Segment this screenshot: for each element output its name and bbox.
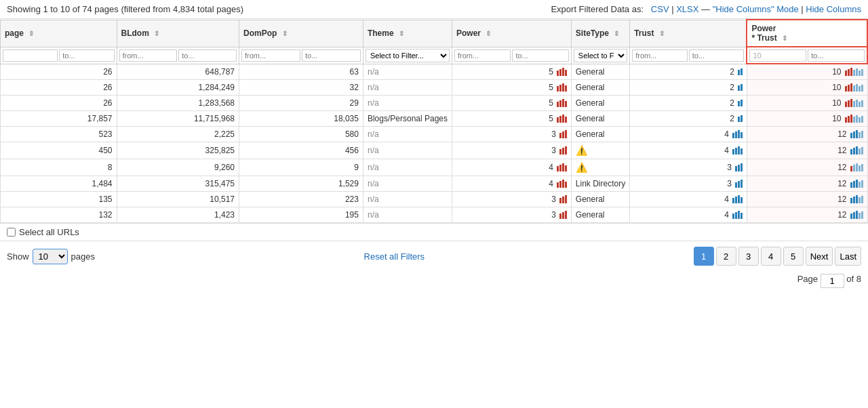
cell-power: 5 bbox=[452, 96, 572, 111]
filter-trust-from[interactable] bbox=[632, 49, 688, 62]
cell-theme: n/a bbox=[363, 96, 452, 111]
page-btn-3[interactable]: 3 bbox=[738, 247, 759, 266]
cell-power-trust: 12 bbox=[747, 176, 867, 192]
filter-power-from[interactable] bbox=[454, 49, 511, 62]
cell-power: 5 bbox=[452, 111, 572, 127]
filter-sitetype-select[interactable]: Select to F bbox=[574, 49, 627, 62]
cell-page: 26 bbox=[1, 80, 117, 96]
cell-power: 3 bbox=[452, 127, 572, 142]
filter-row: Select to Filter... Select to F bbox=[1, 47, 868, 64]
cell-dompop: 63 bbox=[239, 64, 363, 80]
sort-arrow-theme: ⇕ bbox=[399, 30, 404, 37]
filter-sitetype[interactable]: Select to F bbox=[571, 47, 629, 64]
sort-arrow-pt: ⇕ bbox=[782, 35, 787, 42]
filter-power-to[interactable] bbox=[512, 49, 568, 62]
col-bldom[interactable]: BLdom ⇕ bbox=[117, 20, 239, 47]
data-table: page ⇕ BLdom ⇕ DomPop ⇕ Theme ⇕ Power ⇕ … bbox=[0, 19, 868, 223]
cell-dompop: 9 bbox=[239, 159, 363, 176]
cell-bldom: 2,225 bbox=[117, 127, 239, 142]
show-pages-select[interactable]: 10 25 50 100 bbox=[33, 249, 68, 264]
last-button[interactable]: Last bbox=[835, 247, 861, 266]
page-btn-4[interactable]: 4 bbox=[761, 247, 781, 266]
cell-bldom: 325,825 bbox=[117, 142, 239, 159]
page-btn-5[interactable]: 5 bbox=[783, 247, 804, 266]
hide-columns-mode-link[interactable]: "Hide Columns" Mode bbox=[713, 4, 799, 14]
filter-page-to[interactable] bbox=[59, 49, 114, 62]
cell-power-trust: 10 bbox=[747, 111, 867, 127]
cell-dompop: 195 bbox=[239, 207, 363, 223]
warning-icon: ⚠️ bbox=[576, 145, 587, 156]
cell-sitetype: General bbox=[571, 80, 629, 96]
filter-dompop-to[interactable] bbox=[302, 49, 361, 62]
cell-sitetype: General bbox=[571, 127, 629, 142]
cell-sitetype: ⚠️ bbox=[571, 159, 629, 176]
cell-theme: n/a bbox=[363, 80, 452, 96]
filter-trust-to[interactable] bbox=[689, 49, 745, 62]
filter-dompop-from[interactable] bbox=[241, 49, 300, 62]
table-body: 26648,78763n/a5General210261,284,24932n/… bbox=[1, 64, 868, 223]
cell-theme: n/a bbox=[363, 127, 452, 142]
filter-theme[interactable]: Select to Filter... bbox=[363, 47, 452, 64]
filter-bldom-to[interactable] bbox=[178, 49, 237, 62]
page-info-row: Page of 8 bbox=[0, 271, 868, 291]
cell-power: 3 bbox=[452, 207, 572, 223]
table-row: 1,484315,4751,529n/a4Link Directory312 bbox=[1, 176, 868, 192]
table-row: 1321,423195n/a3General412 bbox=[1, 207, 868, 223]
filter-page-from[interactable] bbox=[3, 49, 58, 62]
cell-bldom: 1,423 bbox=[117, 207, 239, 223]
sort-arrow-bldom: ⇕ bbox=[154, 30, 159, 37]
cell-power: 3 bbox=[452, 192, 572, 207]
filter-theme-select[interactable]: Select to Filter... bbox=[366, 49, 450, 62]
cell-page: 132 bbox=[1, 207, 117, 223]
cell-sitetype: ⚠️ bbox=[571, 142, 629, 159]
cell-trust: 4 bbox=[630, 192, 747, 207]
cell-trust: 2 bbox=[630, 64, 747, 80]
col-power-trust[interactable]: Power* Trust ⇕ bbox=[747, 20, 867, 47]
cell-power-trust: 12 bbox=[747, 127, 867, 142]
cell-power-trust: 12 bbox=[747, 159, 867, 176]
col-theme[interactable]: Theme ⇕ bbox=[363, 20, 452, 47]
cell-bldom: 1,283,568 bbox=[117, 96, 239, 111]
select-all-label[interactable]: Select all URLs bbox=[7, 227, 861, 237]
cell-theme: n/a bbox=[363, 64, 452, 80]
page-btn-2[interactable]: 2 bbox=[716, 247, 736, 266]
cell-bldom: 1,284,249 bbox=[117, 80, 239, 96]
col-trust[interactable]: Trust ⇕ bbox=[630, 20, 747, 47]
cell-power: 4 bbox=[452, 176, 572, 192]
cell-trust: 4 bbox=[630, 127, 747, 142]
cell-sitetype: General bbox=[571, 111, 629, 127]
cell-dompop: 580 bbox=[239, 127, 363, 142]
reset-filters-link[interactable]: Reset all Filters bbox=[364, 251, 425, 262]
filter-pt-to[interactable] bbox=[808, 49, 865, 62]
next-button[interactable]: Next bbox=[806, 247, 833, 266]
select-all-checkbox[interactable] bbox=[7, 228, 16, 237]
cell-theme: Blogs/Personal Pages bbox=[363, 111, 452, 127]
filter-bldom-from[interactable] bbox=[119, 49, 178, 62]
cell-dompop: 18,035 bbox=[239, 111, 363, 127]
pagination-container: 1 2 3 4 5 Next Last bbox=[694, 247, 861, 266]
page-btn-1[interactable]: 1 bbox=[694, 247, 714, 266]
sort-arrow-sitetype: ⇕ bbox=[614, 30, 619, 37]
sort-arrow-dompop: ⇕ bbox=[282, 30, 288, 37]
col-page[interactable]: page ⇕ bbox=[1, 20, 117, 47]
csv-link[interactable]: CSV bbox=[651, 4, 669, 14]
cell-sitetype: General bbox=[571, 192, 629, 207]
cell-power-trust: 12 bbox=[747, 192, 867, 207]
filter-trust bbox=[630, 47, 747, 64]
table-row: 261,284,24932n/a5General210 bbox=[1, 80, 868, 96]
footer: Show 10 25 50 100 pages Reset all Filter… bbox=[0, 241, 868, 271]
table-row: 89,2609n/a4⚠️312 bbox=[1, 159, 868, 176]
page-number-input[interactable] bbox=[821, 274, 844, 288]
filter-bldom bbox=[117, 47, 239, 64]
col-sitetype[interactable]: SiteType ⇕ bbox=[571, 20, 629, 47]
hide-columns-link[interactable]: Hide Columns bbox=[806, 4, 861, 14]
cell-power: 5 bbox=[452, 64, 572, 80]
col-dompop[interactable]: DomPop ⇕ bbox=[239, 20, 363, 47]
cell-bldom: 10,517 bbox=[117, 192, 239, 207]
cell-bldom: 9,260 bbox=[117, 159, 239, 176]
filter-pt-from[interactable] bbox=[749, 49, 806, 62]
xlsx-link[interactable]: XLSX bbox=[676, 4, 698, 14]
cell-theme: n/a bbox=[363, 159, 452, 176]
col-power[interactable]: Power ⇕ bbox=[452, 20, 572, 47]
cell-theme: n/a bbox=[363, 142, 452, 159]
